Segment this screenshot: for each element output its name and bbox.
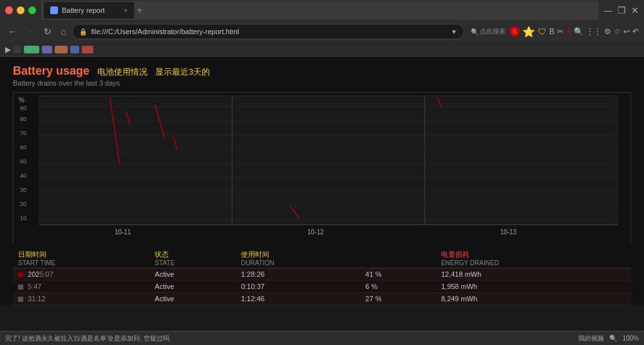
settings-icon[interactable]: ⚙ [604, 27, 611, 36]
cell-start-time: 18:19 [13, 305, 149, 306]
search-placeholder: 点此搜索 [480, 27, 506, 36]
cell-energy: 2,407 mWh [436, 305, 631, 306]
status-text: 完了! 这抢酒永久被拉入'白酒是名单'全是添加到. 空疑过吗 [5, 334, 169, 343]
zoom-icon: 🔍 [609, 335, 617, 342]
battery-table: 日期时间 START TIME 状态 STATE 使用时间 DURATION 电… [13, 248, 631, 305]
cell-duration: 0:22:17 [236, 305, 360, 306]
zoom-level: 100% [622, 335, 639, 342]
minimize-window-button[interactable] [17, 6, 24, 14]
active-tab[interactable]: Battery report × [44, 2, 134, 19]
cell-duration: 1:12:46 [236, 293, 360, 305]
window-restore-icon[interactable]: ❐ [618, 5, 626, 15]
svg-text:80: 80 [20, 116, 26, 122]
tab-bar: Battery report × + [41, 1, 598, 20]
cell-energy: 12,418 mWh [436, 268, 631, 281]
cell-state: Active [149, 281, 236, 293]
traffic-lights [5, 6, 36, 14]
cell-start-time: 5:47 [13, 281, 149, 293]
addon-icon-3[interactable]: 🛡 [538, 26, 547, 37]
svg-text:10-13: 10-13 [500, 228, 517, 236]
bookmark-4[interactable] [55, 46, 68, 53]
bookmark-3[interactable] [42, 46, 52, 53]
undo-icon[interactable]: ↶ [632, 27, 639, 36]
address-bar[interactable]: 🔒 file:///C:/Users/Administrator/battery… [72, 24, 464, 39]
cell-energy: 1,958 mWh [436, 281, 631, 293]
page-subtitle2: 显示最近3天的 [155, 66, 210, 78]
svg-text:10-11: 10-11 [115, 228, 131, 236]
cell-state: Active [149, 268, 236, 281]
status-right: 我的视频 🔍 100% [578, 334, 639, 343]
refresh-button[interactable]: ↻ [41, 25, 54, 38]
cell-start-time: 31:12 [13, 293, 149, 305]
svg-text:%: % [19, 97, 24, 104]
svg-text:20: 20 [20, 201, 26, 207]
addon-icon-1[interactable]: S [509, 26, 520, 37]
cell-state: Active [149, 305, 236, 306]
page-title: Battery usage [13, 64, 90, 78]
bookmark-icon[interactable]: ☆ [614, 27, 621, 36]
bookmark-5[interactable] [70, 46, 79, 53]
svg-text:60: 60 [20, 144, 26, 151]
tab-favicon [50, 6, 58, 14]
svg-rect-1 [39, 96, 618, 225]
addon-icon-7[interactable]: 🔍 [574, 27, 583, 36]
svg-text:10: 10 [20, 215, 26, 221]
forward-button[interactable]: → [23, 25, 37, 38]
chart-container: % 90 80 70 60 50 40 30 20 10 [13, 92, 631, 243]
title-bar: Battery report × + — ❐ ✕ [0, 0, 644, 21]
page-description: Battery drains over the last 3 days [13, 79, 631, 87]
cell-pct: 27 % [360, 293, 436, 305]
security-icon: 🔒 [79, 28, 87, 35]
tab-title: Battery report [62, 6, 105, 14]
status-bar: 完了! 这抢酒永久被拉入'白酒是名单'全是添加到. 空疑过吗 我的视频 🔍 10… [0, 331, 644, 345]
cell-pct: 6 % [360, 281, 436, 293]
table-row: 18:19 Active 0:22:17 8 % 2,407 mWh [13, 305, 631, 306]
cell-pct: 41 % [360, 268, 436, 281]
cell-start-time: 2025:07 [13, 268, 149, 281]
search-icon: 🔍 [471, 28, 478, 35]
bookmark-6[interactable] [82, 46, 93, 53]
cell-duration: 1:28:26 [236, 268, 360, 281]
window-close-icon[interactable]: ✕ [631, 5, 639, 15]
home-button[interactable]: ⌂ [58, 25, 68, 38]
svg-text:10-12: 10-12 [307, 228, 324, 236]
bookmark-1[interactable] [14, 46, 21, 53]
row-color-indicator [18, 297, 23, 302]
window-minimize-icon[interactable]: — [603, 5, 612, 15]
table-row: 5:47 Active 0:10:37 6 % 1,958 mWh [13, 281, 631, 293]
tab-close-button[interactable]: × [124, 7, 128, 14]
table-row: 2025:07 Active 1:28:26 41 % 12,418 mWh [13, 268, 631, 281]
search-bar[interactable]: 🔍 点此搜索 [471, 27, 506, 36]
new-tab-button[interactable]: + [137, 5, 142, 16]
back-button[interactable]: ← [5, 25, 19, 38]
addon-icon-4[interactable]: B [549, 27, 554, 36]
svg-text:50: 50 [20, 158, 26, 165]
nav-actions: S ⭐ 🛡 B ✂ A 🔍 ⋮⋮ ⚙ ☆ ↩ ↶ [509, 26, 639, 38]
addon-icon-5[interactable]: ✂ [557, 27, 564, 36]
dropdown-icon[interactable]: ▼ [451, 28, 457, 35]
sidebar-toggle[interactable]: ▶ [5, 45, 11, 54]
close-window-button[interactable] [5, 6, 13, 14]
col-header-start-time: 日期时间 START TIME [13, 248, 149, 268]
svg-text:90: 90 [20, 105, 26, 111]
addon-icon-6[interactable]: A [566, 27, 571, 36]
bookmarks-bar: ▶ [0, 42, 644, 57]
col-header-duration: 使用时间 DURATION [236, 248, 360, 268]
bookmark-2[interactable] [24, 46, 39, 53]
addon-icon-2[interactable]: ⭐ [522, 26, 535, 38]
svg-text:30: 30 [20, 187, 26, 193]
page-header: Battery usage 电池使用情况 显示最近3天的 [13, 64, 631, 78]
col-header-pct [360, 248, 436, 268]
history-icon[interactable]: ↩ [623, 27, 630, 36]
maximize-window-button[interactable] [28, 6, 36, 14]
cell-pct: 8 % [360, 305, 436, 306]
col-header-energy: 电量损耗 ENERGY DRAINED [436, 248, 631, 268]
page-subtitle-zh: 电池使用情况 [97, 66, 147, 78]
address-text: file:///C:/Users/Administrator/battery-r… [91, 28, 239, 35]
cell-energy: 8,249 mWh [436, 293, 631, 305]
svg-text:70: 70 [20, 130, 26, 136]
my-videos: 我的视频 [578, 334, 604, 343]
status-message: 完了! 这抢酒永久被拉入'白酒是名单'全是添加到. 空疑过吗 [5, 334, 169, 343]
addon-icon-8[interactable]: ⋮⋮ [586, 27, 601, 36]
window-controls: — ❐ ✕ [603, 5, 639, 15]
